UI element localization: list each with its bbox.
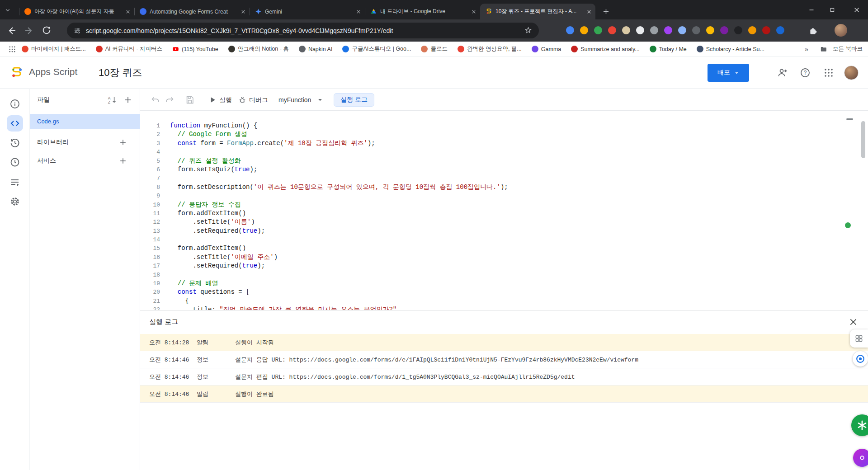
line-number[interactable]: 22	[140, 306, 160, 310]
code-line[interactable]: 17 .setRequired(true);	[140, 262, 868, 270]
window-close-button[interactable]	[846, 0, 867, 19]
extension-icon[interactable]	[678, 26, 686, 34]
line-number[interactable]: 4	[140, 148, 160, 156]
code-line[interactable]: 22 title: "직업 만족도에 가장 큰 영향을 미치는 요소는 무엇인가…	[140, 306, 868, 310]
code-line[interactable]: 7	[140, 174, 868, 183]
bookmark-item[interactable]: Napkin AI	[299, 46, 333, 52]
help-icon[interactable]: ?	[800, 67, 811, 78]
editor-collapse-icon[interactable]	[846, 118, 853, 120]
redo-icon[interactable]	[165, 95, 175, 105]
tab-close-icon[interactable]	[470, 8, 477, 15]
apps-shortcut-icon[interactable]	[8, 45, 16, 53]
browser-profile-avatar[interactable]	[835, 24, 847, 37]
project-settings-gear-icon[interactable]	[9, 196, 20, 207]
window-minimize-button[interactable]	[801, 0, 822, 19]
line-number[interactable]: 16	[140, 253, 160, 262]
line-number[interactable]: 3	[140, 139, 160, 148]
app-name[interactable]: Apps Script	[29, 66, 77, 77]
bookmark-item[interactable]: Today / Me	[650, 46, 687, 52]
save-icon[interactable]	[185, 95, 195, 105]
code-line[interactable]: 13 .setRequired(true);	[140, 227, 868, 235]
code-line[interactable]: 5 // 퀴즈 설정 활성화	[140, 157, 868, 165]
bookmark-item[interactable]: Gamma	[532, 46, 561, 52]
code-line[interactable]: 12 .setTitle('이름')	[140, 218, 868, 226]
browser-tab[interactable]: 내 드라이브 - Google Drive	[365, 4, 480, 19]
line-number[interactable]: 8	[140, 183, 160, 192]
bookmark-item[interactable]: 구글AI스튜디오 | Goo...	[342, 45, 411, 53]
run-play-icon[interactable]	[208, 95, 218, 105]
line-number[interactable]: 1	[140, 122, 160, 130]
editor-code-icon[interactable]	[9, 118, 20, 129]
line-number[interactable]: 10	[140, 201, 160, 209]
bookmark-item[interactable]: 안그래의 Notion - 홈	[228, 45, 289, 53]
triggers-clock-icon[interactable]	[9, 157, 20, 168]
browser-tab[interactable]: Gemini	[250, 4, 365, 19]
extension-icon[interactable]	[594, 26, 602, 34]
account-avatar[interactable]	[844, 66, 859, 80]
extension-icon[interactable]	[720, 26, 728, 34]
code-line[interactable]: 2 // Google Form 생성	[140, 130, 868, 139]
function-selector[interactable]: myFunction	[278, 96, 311, 103]
extension-icon[interactable]	[748, 26, 756, 34]
debug-bug-icon[interactable]	[238, 95, 248, 105]
extension-icon[interactable]	[636, 26, 644, 34]
code-line[interactable]: 10 // 응답자 정보 수집	[140, 201, 868, 209]
line-number[interactable]: 21	[140, 297, 160, 306]
code-editor[interactable]: 1function myFunction() {2 // Google Form…	[140, 111, 868, 310]
tab-close-icon[interactable]	[585, 8, 593, 15]
add-file-icon[interactable]	[123, 95, 133, 105]
extension-icon[interactable]	[776, 26, 784, 34]
line-number[interactable]: 13	[140, 227, 160, 235]
code-line[interactable]: 9	[140, 192, 868, 200]
line-number[interactable]: 7	[140, 174, 160, 183]
tab-close-icon[interactable]	[355, 8, 362, 15]
project-title[interactable]: 10장 퀴즈	[99, 66, 142, 80]
extension-icon[interactable]	[608, 26, 616, 34]
project-history-icon[interactable]	[9, 137, 20, 148]
undo-icon[interactable]	[151, 95, 160, 105]
extension-icon[interactable]	[566, 26, 574, 34]
extension-icon[interactable]	[580, 26, 588, 34]
code-line[interactable]: 15 form.addTextItem()	[140, 244, 868, 253]
extension-icon[interactable]	[692, 26, 700, 34]
bookmark-item[interactable]: 마이페이지 | 패스트...	[22, 45, 86, 53]
log-close-icon[interactable]	[849, 317, 858, 327]
browser-tab[interactable]: Automating Google Forms Creat	[134, 4, 250, 19]
floating-extension-icon[interactable]	[853, 351, 868, 367]
line-number[interactable]: 9	[140, 192, 160, 200]
function-caret-down-icon[interactable]	[316, 96, 326, 106]
extensions-puzzle-icon[interactable]	[808, 26, 818, 35]
line-number[interactable]: 15	[140, 244, 160, 253]
code-line[interactable]: 21 {	[140, 297, 868, 306]
bookmark-star-icon[interactable]	[524, 26, 533, 35]
site-settings-icon[interactable]	[73, 27, 81, 35]
code-line[interactable]: 6 form.setIsQuiz(true);	[140, 165, 868, 174]
line-number[interactable]: 12	[140, 218, 160, 226]
window-maximize-button[interactable]	[822, 0, 843, 19]
executions-list-icon[interactable]	[9, 177, 20, 188]
bookmark-item[interactable]: 완벽한 영상요약, 필...	[458, 45, 522, 53]
code-line[interactable]: 16 .setTitle('이메일 주소')	[140, 253, 868, 262]
url-text[interactable]: script.google.com/home/projects/15ONkI82…	[86, 27, 524, 34]
code-line[interactable]: 8 form.setDescription('이 퀴즈는 10문항으로 구성되어…	[140, 183, 868, 192]
tab-search-icon[interactable]	[4, 6, 12, 14]
bookmark-item[interactable]: 클로드	[421, 45, 448, 53]
google-apps-grid-icon[interactable]	[823, 67, 834, 78]
extension-icon[interactable]	[664, 26, 672, 34]
extension-icon[interactable]	[734, 26, 742, 34]
code-line[interactable]: 11 form.addTextItem()	[140, 209, 868, 218]
tab-close-icon[interactable]	[240, 8, 247, 15]
line-number[interactable]: 11	[140, 209, 160, 218]
bookmark-item[interactable]: Summarize and analy...	[571, 46, 639, 52]
line-number[interactable]: 17	[140, 262, 160, 270]
line-number[interactable]: 18	[140, 271, 160, 279]
bookmark-item[interactable]: AI 커뮤니티 - 지피터스	[96, 45, 162, 53]
extension-icon[interactable]	[762, 26, 770, 34]
new-tab-button[interactable]	[599, 5, 612, 18]
extension-icon[interactable]	[706, 26, 714, 34]
code-line[interactable]: 1function myFunction() {	[140, 122, 868, 130]
bookmark-item[interactable]: Scholarcy - Article Su...	[697, 46, 764, 52]
code-line[interactable]: 18	[140, 271, 868, 279]
back-icon[interactable]	[6, 25, 17, 36]
line-number[interactable]: 2	[140, 130, 160, 139]
